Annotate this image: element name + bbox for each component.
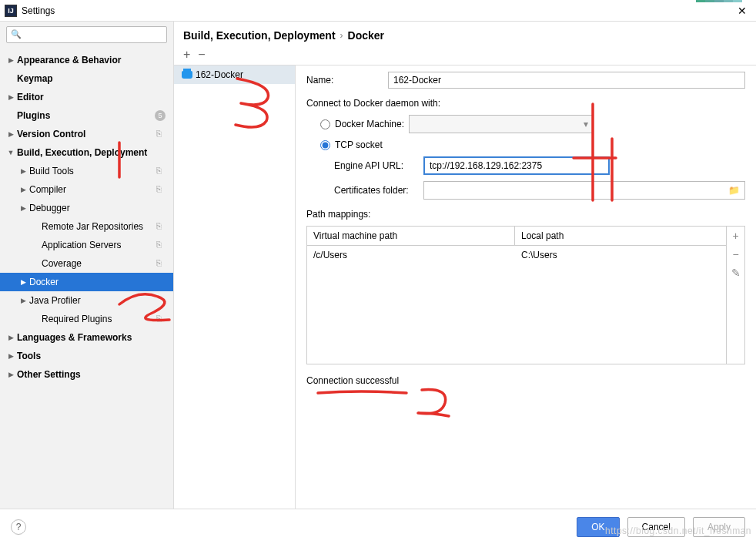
window-title: Settings [22,5,55,16]
close-icon[interactable]: ✕ [738,5,747,17]
project-scope-icon: ⎘ [156,129,166,138]
sidebar-item-appearance-behavior[interactable]: ▶Appearance & Behavior [0,51,173,69]
path-mappings-table: Virtual machine path Local path /c/Users… [306,226,745,364]
remove-button[interactable]: − [198,48,205,62]
add-mapping-button[interactable]: + [732,230,738,242]
connect-label: Connect to Docker daemon with: [306,95,745,109]
sidebar-item-label: Application Servers [40,240,121,250]
edit-mapping-button[interactable]: ✎ [731,267,741,279]
sidebar-item-languages-frameworks[interactable]: ▶Languages & Frameworks [0,328,173,347]
project-scope-icon: ⎘ [156,258,166,267]
count-badge: 5 [155,110,166,121]
sidebar-item-label: Java Profiler [28,295,81,306]
radio-tcp-socket[interactable] [320,140,330,150]
chevron-icon: ▶ [6,56,15,64]
sidebar-item-coverage[interactable]: Coverage⎘ [0,254,173,273]
chevron-icon: ▶ [6,130,15,138]
sidebar-item-label: Other Settings [15,369,81,380]
engine-url-input[interactable] [423,156,610,175]
search-icon: 🔍 [11,29,22,39]
sidebar-item-plugins[interactable]: Plugins5 [0,106,173,125]
project-scope-icon: ⎘ [156,166,166,175]
cert-folder-label: Certificates folder: [334,185,417,196]
sidebar-item-version-control[interactable]: ▶Version Control⎘ [0,125,173,143]
remove-mapping-button[interactable]: − [732,248,738,260]
chevron-icon: ▶ [18,204,28,212]
sidebar-item-label: Version Control [15,129,85,139]
name-label: Name: [306,75,380,86]
table-row[interactable]: /c/Users C:\Users [307,246,726,264]
sidebar-item-label: Build Tools [28,166,74,176]
app-icon: IJ [5,5,17,17]
cell-vm: /c/Users [307,246,515,264]
breadcrumb-root: Build, Execution, Deployment [183,29,336,42]
sidebar-item-label: Tools [15,351,41,361]
sidebar-item-tools[interactable]: ▶Tools [0,347,173,365]
sidebar-item-application-servers[interactable]: Application Servers⎘ [0,236,173,254]
chevron-icon: ▶ [6,93,15,101]
sidebar-item-other-settings[interactable]: ▶Other Settings [0,365,173,384]
chevron-icon: ▶ [18,167,28,175]
config-list-item[interactable]: 162-Docker [174,65,295,84]
list-toolbar: + − [174,48,756,65]
connection-status: Connection successful [306,371,745,391]
settings-tree: ▶Appearance & BehaviorKeymap▶EditorPlugi… [0,48,173,509]
sidebar-item-remote-jar-repositories[interactable]: Remote Jar Repositories⎘ [0,217,173,236]
sidebar-item-compiler[interactable]: ▶Compiler⎘ [0,180,173,199]
sidebar-item-debugger[interactable]: ▶Debugger [0,199,173,217]
sidebar-item-label: Languages & Frameworks [15,332,132,343]
chevron-icon: ▶ [18,297,28,304]
sidebar-item-label: Plugins [15,110,50,121]
sidebar-item-build-tools[interactable]: ▶Build Tools⎘ [0,162,173,180]
chevron-icon: ▶ [6,352,15,360]
sidebar-item-label: Remote Jar Repositories [40,221,143,232]
settings-sidebar: 🔍 ▶Appearance & BehaviorKeymap▶EditorPlu… [0,22,174,509]
sidebar-item-label: Editor [15,92,44,102]
docker-form: Name: Connect to Docker daemon with: Doc… [296,65,756,509]
sidebar-item-label: Appearance & Behavior [15,55,121,65]
sidebar-item-build-execution-deployment[interactable]: ▼Build, Execution, Deployment [0,143,173,162]
config-name: 162-Docker [196,69,243,80]
sidebar-item-java-profiler[interactable]: ▶Java Profiler [0,291,173,310]
name-input[interactable] [388,72,745,89]
sidebar-item-label: Keymap [15,73,53,84]
project-scope-icon: ⎘ [156,221,166,230]
col-vm-path: Virtual machine path [307,227,515,245]
sidebar-item-label: Required Plugins [40,314,112,324]
engine-url-label: Engine API URL: [334,160,417,171]
cert-folder-input[interactable]: 📁 [423,181,745,200]
add-button[interactable]: + [183,48,190,62]
titlebar: IJ Settings ✕ [0,0,756,22]
watermark: https://blog.csdn.net/it_freshman [605,526,751,536]
chevron-icon: ▼ [6,149,15,156]
radio-tcp-socket-label: TCP socket [335,139,383,150]
breadcrumb-sep: › [340,30,343,41]
sidebar-item-required-plugins[interactable]: Required Plugins⎘ [0,310,173,328]
breadcrumb-leaf: Docker [348,29,384,42]
project-scope-icon: ⎘ [156,184,166,193]
col-local-path: Local path [515,227,570,245]
chevron-icon: ▶ [6,371,15,378]
chevron-icon: ▶ [18,278,28,286]
project-scope-icon: ⎘ [156,314,166,323]
config-list: 162-Docker [174,65,296,509]
chevron-icon: ▶ [18,186,28,193]
docker-machine-combo[interactable]: ▾ [409,115,594,133]
radio-docker-machine[interactable] [320,119,330,129]
help-button[interactable]: ? [11,519,26,535]
path-mappings-label: Path mappings: [306,206,745,220]
docker-icon [182,71,192,79]
sidebar-item-label: Debugger [28,203,70,213]
sidebar-item-label: Build, Execution, Deployment [15,147,147,158]
sidebar-item-label: Docker [28,277,59,287]
sidebar-item-docker[interactable]: ▶Docker [0,273,173,291]
project-scope-icon: ⎘ [156,240,166,249]
cell-local: C:\Users [515,246,564,264]
sidebar-item-keymap[interactable]: Keymap [0,69,173,88]
search-input[interactable] [6,26,167,43]
folder-icon: 📁 [728,185,740,196]
sidebar-item-editor[interactable]: ▶Editor [0,88,173,106]
sidebar-item-label: Compiler [28,184,66,195]
breadcrumb: Build, Execution, Deployment › Docker [174,22,756,48]
radio-docker-machine-label: Docker Machine: [335,119,404,129]
